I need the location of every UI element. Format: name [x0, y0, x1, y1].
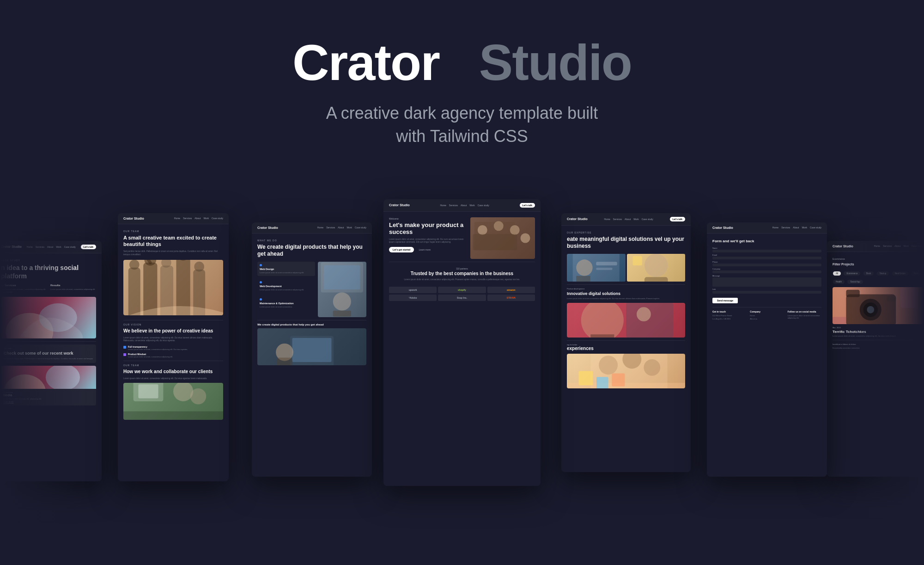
svg-rect-36: [473, 234, 517, 250]
screenshot-far-left[interactable]: Crator Studio Home Services About Work C…: [0, 241, 102, 481]
collab-photo: [123, 383, 223, 420]
svg-rect-40: [596, 262, 617, 265]
svg-point-33: [494, 221, 504, 231]
svg-point-19: [190, 388, 207, 405]
svg-rect-29: [277, 358, 292, 365]
svg-rect-4: [128, 268, 140, 315]
mini-nav-far-left: Crator Studio Home Services About Work C…: [0, 241, 102, 253]
svg-rect-64: [900, 287, 918, 308]
filter-tags: All Ecommerce Book Startup Real Estate F…: [833, 268, 923, 284]
features-list: Full transparency Lorem ipsum dolor sit …: [123, 345, 223, 358]
screenshot-mid-left[interactable]: Crator Studio Home Services About Work C…: [118, 213, 229, 481]
team-photo: [123, 260, 223, 315]
mini-nav-inner-left: Crator Studio Home Services About Work C…: [252, 222, 372, 233]
services-results: Services Lorem ipsum dolor sit amet, con…: [1, 284, 96, 293]
svg-rect-65: [833, 317, 846, 324]
screenshot-center[interactable]: Crator Studio Home Services About Work C…: [383, 199, 541, 486]
innovation-image: [567, 303, 685, 338]
svg-point-49: [637, 307, 651, 321]
screenshot-inner-right[interactable]: Crator Studio Home Services About Work C…: [561, 213, 691, 472]
svg-rect-56: [596, 377, 608, 388]
mini-nav-mid-left: Crator Studio Home Services About Work C…: [118, 213, 229, 224]
collab-photo-right: [567, 354, 685, 388]
svg-rect-41: [596, 268, 612, 270]
svg-rect-26: [292, 338, 332, 362]
svg-rect-43: [644, 277, 668, 282]
screenshot-far-right[interactable]: Crator Studio Home Services About Work C…: [827, 241, 924, 477]
hero-title-gray: Studio: [479, 34, 632, 91]
svg-point-3: [46, 366, 80, 389]
svg-point-13: [194, 262, 204, 272]
work-image-art: [1, 297, 96, 338]
svg-point-42: [644, 254, 668, 277]
mini-nav-inner-right: Crator Studio Home Services About Work C…: [561, 213, 691, 226]
svg-point-18: [173, 383, 193, 401]
svg-rect-6: [143, 263, 157, 315]
svg-point-23: [333, 293, 351, 311]
filter-section: Filter Projects All Ecommerce Book Start…: [833, 263, 923, 284]
svg-rect-47: [590, 334, 614, 338]
mini-nav-center: Crator Studio Home Services About Work C…: [383, 199, 541, 212]
svg-point-51: [599, 356, 618, 375]
svg-rect-22: [324, 265, 360, 289]
hero-title-white: Crator: [292, 34, 439, 91]
camera-image: [833, 287, 923, 324]
svg-point-53: [644, 359, 660, 375]
mini-nav-mid-right: Crator Studio Home Services About Work C…: [707, 222, 827, 233]
expertise-images: [567, 254, 685, 282]
svg-rect-48: [626, 303, 673, 338]
services-with-image: Web Design Lorem ipsum dolor sit amet co…: [257, 262, 366, 317]
nav-btn[interactable]: Let's talk: [81, 245, 96, 249]
hero-subtitle: A creative dark agency template built wi…: [300, 102, 624, 148]
svg-rect-55: [579, 371, 593, 385]
logos-grid: upwork shopify amazon ᵁAdobe Snap Inc. S…: [389, 287, 535, 301]
nav-links: Home Services About Work Case study: [27, 246, 76, 248]
svg-rect-62: [846, 289, 859, 297]
laptop-image: [257, 328, 366, 365]
svg-point-35: [521, 233, 530, 243]
svg-point-38: [576, 259, 592, 276]
mini-nav-far-right: Crator Studio Home Services About Work C…: [827, 241, 924, 252]
card-heading-far-left: n idea to a thriving social platform: [1, 264, 96, 280]
project-info: Mar, 2019 Terrific Tchotchkes Lorem ipsu…: [833, 326, 923, 338]
svg-rect-24: [333, 311, 351, 317]
screenshot-mid-right[interactable]: Crator Studio Home Services About Work C…: [707, 222, 827, 477]
svg-point-5: [129, 260, 140, 270]
footer-section: Get in touch 512 West Pearse Street Los …: [712, 307, 821, 321]
trusted-section: 310 partners Trusted by the best compani…: [389, 265, 535, 284]
hero-section: Crator Studio A creative dark agency tem…: [0, 0, 924, 176]
screenshot-inner-left[interactable]: Crator Studio Home Services About Work C…: [252, 222, 372, 477]
hero-title: Crator Studio: [9, 37, 915, 88]
svg-rect-17: [138, 384, 158, 398]
svg-point-34: [510, 225, 520, 235]
svg-rect-57: [612, 373, 625, 386]
recent-work-section: Our work Check out some of our recent wo…: [1, 344, 96, 362]
nav-logo: Crator Studio: [1, 245, 22, 248]
services-list: Web Design Lorem ipsum dolor sit amet co…: [257, 262, 315, 317]
hero-content: Welcome Let's make your product a succes…: [389, 217, 535, 259]
svg-point-46: [581, 303, 624, 338]
svg-rect-63: [887, 296, 896, 301]
svg-rect-44: [632, 256, 642, 265]
services-image: [318, 262, 366, 317]
svg-point-61: [867, 306, 874, 313]
svg-rect-20: [123, 411, 223, 419]
svg-rect-39: [576, 276, 590, 282]
screenshots-container: Crator Studio Home Services About Work C…: [0, 185, 924, 555]
contact-form: Name Email Phone Company: [712, 247, 821, 303]
svg-point-2: [4, 375, 46, 389]
svg-point-32: [478, 225, 487, 235]
project-item: Ecommerce Nedia Lorem ipsum dolor sit am…: [1, 366, 96, 405]
